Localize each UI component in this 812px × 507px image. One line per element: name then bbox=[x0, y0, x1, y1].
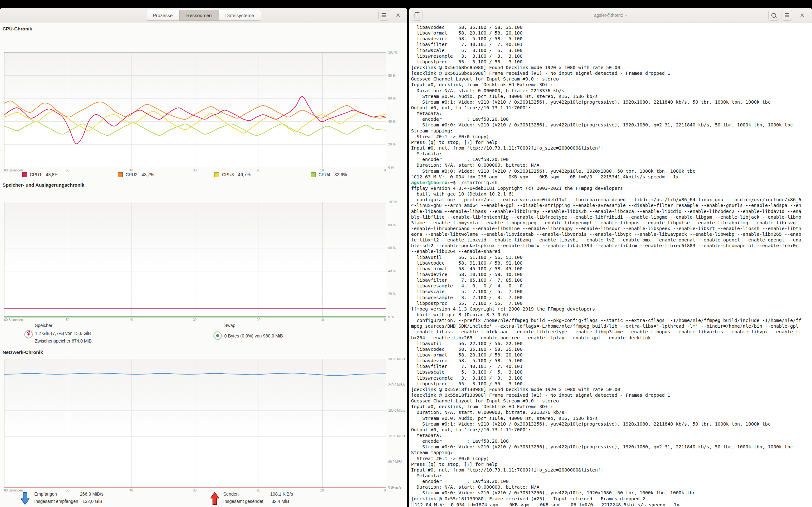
hamburger-icon bbox=[382, 15, 386, 15]
hamburger-icon bbox=[785, 15, 789, 15]
status-text: 112.04 M-V: 0.034 fd=1874 aq= 0KB vq= 0K… bbox=[415, 502, 679, 507]
cpu-x-tick: 50 bbox=[66, 169, 69, 172]
net-y-tick: 180,0 MiB/s bbox=[388, 409, 405, 412]
cpu-x-tick: 30 bbox=[193, 169, 196, 172]
cpu3-value: 46,7% bbox=[238, 172, 251, 177]
recv-total: 132,0 GiB bbox=[83, 499, 102, 504]
cpu4-color-swatch bbox=[311, 172, 316, 177]
memory-cache-value: Zwischenspeicher 674,0 MiB bbox=[35, 338, 92, 343]
terminal-close-button[interactable] bbox=[797, 10, 808, 20]
mem-y-tick: 100 % bbox=[388, 200, 397, 204]
net-y-tick: 0 Bytes/s bbox=[388, 486, 401, 489]
mem-y-tick: 80 % bbox=[388, 223, 396, 227]
cpu1-legend-item[interactable]: CPU1 43,8% bbox=[22, 172, 58, 177]
network-section-title: Netzwerk-Chronik bbox=[3, 349, 43, 355]
terminal-menu-button[interactable] bbox=[781, 10, 792, 20]
memory-usage-value: 1,2 GiB (7,7%) von 15,6 GiB bbox=[35, 331, 91, 336]
net-y-tick: 300,0 MiB/s bbox=[388, 357, 405, 361]
send-rate: 108,1 KiB/s bbox=[270, 492, 293, 497]
net-x-tick: 30 bbox=[193, 489, 196, 492]
swap-gauge-icon bbox=[212, 331, 223, 341]
cpu-x-tick: 0 bbox=[384, 169, 386, 172]
cpu3-color-swatch bbox=[214, 172, 219, 177]
download-arrow-icon bbox=[20, 492, 30, 505]
cpu3-label: CPU3 bbox=[222, 172, 234, 177]
search-icon bbox=[771, 13, 776, 18]
cpu-x-tick: 10 bbox=[320, 169, 323, 172]
terminal-prompt-line: agsler@thorrx:~$ ./startorig.sh bbox=[411, 180, 812, 185]
network-history-chart bbox=[4, 359, 386, 488]
mem-y-tick: 40 % bbox=[388, 269, 396, 273]
tab-ressourcen[interactable]: Ressourcen bbox=[179, 10, 218, 20]
cpu-y-tick: 80 % bbox=[388, 74, 396, 77]
mem-x-tick: 60 Sekunden bbox=[4, 318, 23, 322]
cpu-x-tick: 20 bbox=[257, 169, 260, 172]
cpu4-legend-item[interactable]: CPU4 32,6% bbox=[311, 172, 347, 177]
cpu2-value: 43,7% bbox=[142, 172, 154, 177]
memory-history-chart bbox=[4, 202, 386, 317]
cpu-x-tick: 40 bbox=[130, 169, 133, 172]
recv-label: Empfangen bbox=[34, 492, 57, 497]
system-monitor-headerbar: Prozesse Ressourcen Dateisysteme bbox=[0, 8, 407, 23]
close-icon bbox=[396, 13, 400, 17]
tab-dateisysteme[interactable]: Dateisysteme bbox=[218, 10, 261, 20]
net-x-tick: 40 bbox=[130, 489, 133, 492]
net-y-tick: 240,0 MiB/s bbox=[388, 383, 405, 387]
terminal-cursor bbox=[411, 502, 414, 507]
system-monitor-window: Prozesse Ressourcen Dateisysteme CPU-Chr… bbox=[0, 8, 407, 507]
mem-x-tick: 20 bbox=[257, 318, 260, 322]
cpu2-color-swatch bbox=[118, 172, 123, 177]
cpu1-value: 43,8% bbox=[46, 172, 58, 177]
mem-x-tick: 30 bbox=[193, 318, 196, 322]
swap-usage-value: 0 Bytes (0,0%) von 980,0 MiB bbox=[224, 333, 283, 338]
memory-legend-title: Speicher bbox=[35, 323, 52, 328]
tab-prozesse[interactable]: Prozesse bbox=[146, 10, 180, 20]
net-x-tick: 50 bbox=[66, 489, 69, 492]
mem-x-tick: 40 bbox=[130, 318, 133, 322]
cpu4-label: CPU4 bbox=[318, 172, 330, 177]
cpu-y-tick: 40 % bbox=[388, 120, 396, 123]
cpu1-color-swatch bbox=[22, 172, 27, 177]
mem-y-tick: 20 % bbox=[388, 292, 396, 296]
view-switcher: Prozesse Ressourcen Dateisysteme bbox=[146, 10, 261, 20]
memory-gauge-icon bbox=[23, 329, 34, 339]
cpu4-value: 32,6% bbox=[334, 172, 347, 177]
cpu-y-tick: 20 % bbox=[388, 143, 396, 146]
mem-x-tick: 0 bbox=[384, 318, 386, 322]
upload-arrow-icon bbox=[210, 492, 219, 505]
network-chart-frame bbox=[4, 359, 386, 488]
cpu2-label: CPU2 bbox=[125, 172, 137, 177]
prompt-command: :~$ ./startorig.sh bbox=[447, 180, 497, 185]
terminal-output-block-1: libavcodec 58. 35.100 / 58. 35.100 libav… bbox=[411, 24, 812, 180]
search-button[interactable] bbox=[768, 10, 779, 20]
mem-x-tick: 10 bbox=[320, 318, 323, 322]
cpu-y-tick: 60 % bbox=[388, 97, 396, 100]
net-x-tick: 20 bbox=[257, 489, 260, 492]
mem-y-tick: 0 % bbox=[388, 315, 394, 319]
net-x-tick: 10 bbox=[320, 489, 323, 492]
primary-menu-button[interactable] bbox=[378, 10, 389, 20]
cpu3-legend-item[interactable]: CPU3 46,7% bbox=[214, 172, 251, 177]
mem-y-tick: 60 % bbox=[388, 246, 396, 250]
terminal-status-line: 112.04 M-V: 0.034 fd=1874 aq= 0KB vq= 0K… bbox=[411, 502, 812, 507]
close-button[interactable] bbox=[393, 10, 403, 20]
terminal-content[interactable]: libavcodec 58. 35.100 / 58. 35.100 libav… bbox=[409, 23, 812, 507]
cpu1-label: CPU1 bbox=[30, 172, 42, 177]
cpu-y-tick: 100 % bbox=[388, 51, 397, 54]
recv-total-label: Insgesamt empfangen bbox=[34, 499, 78, 504]
memory-section-title: Speicher- und Auslagerungschronik bbox=[3, 182, 84, 187]
cpu-history-chart bbox=[4, 53, 386, 168]
mem-x-tick: 50 bbox=[66, 318, 69, 322]
terminal-window: agsler@thorrx: ~ libavcodec 58. 35.100 /… bbox=[409, 8, 812, 507]
close-icon bbox=[800, 13, 804, 17]
net-y-tick: 60,0 MiB/s bbox=[388, 460, 403, 464]
swap-legend-title: Swap bbox=[224, 323, 235, 328]
prompt-user: agsler@thorrx bbox=[411, 180, 447, 185]
terminal-headerbar: agsler@thorrx: ~ bbox=[409, 8, 812, 23]
cpu-x-tick: 60 Sekunden bbox=[4, 169, 23, 172]
terminal-title: agsler@thorrx: ~ bbox=[409, 8, 812, 23]
cpu-y-tick: 0 % bbox=[388, 166, 394, 169]
cpu-section-title: CPU-Chronik bbox=[3, 26, 32, 32]
memory-chart-frame bbox=[4, 202, 386, 318]
cpu2-legend-item[interactable]: CPU2 43,7% bbox=[118, 172, 154, 177]
